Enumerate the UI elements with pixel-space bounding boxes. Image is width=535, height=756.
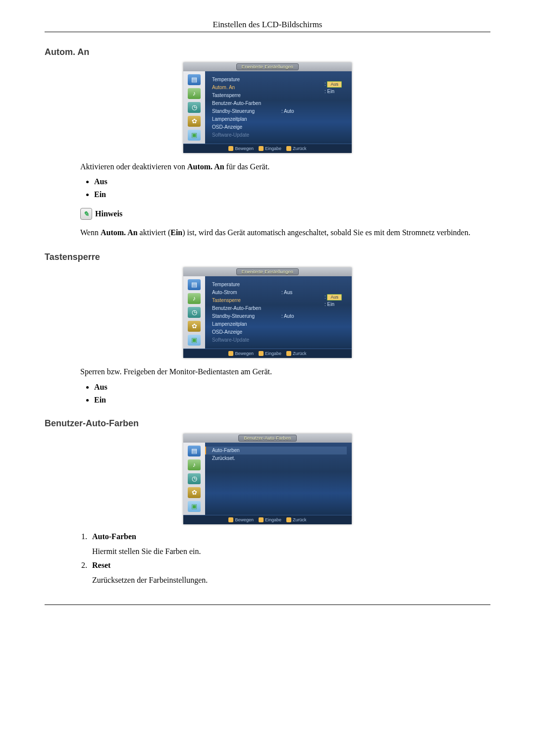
footer-move: Bewegen <box>235 351 254 356</box>
option-aus: : Aus <box>324 294 342 301</box>
t: Aktivieren oder deaktivieren von <box>80 162 187 171</box>
menu-item: Tastensperre <box>212 93 281 98</box>
osd-footer: Bewegen Eingabe Zurück <box>183 349 352 358</box>
note-row: ✎ Hinweis <box>80 208 490 220</box>
sidebar-icon-setup: ✿ <box>188 116 201 127</box>
osd-screenshot-tastensperre: Erweiterte Einstellungen ▤ ♪ ◷ ✿ ▣ Tempe… <box>45 267 490 358</box>
option-selected: Aus <box>327 294 342 301</box>
back-icon <box>286 517 291 522</box>
osd-sidebar: ▤ ♪ ◷ ✿ ▣ <box>183 443 205 515</box>
menu-item: Standby-Steuerung <box>212 108 281 114</box>
list-item: Auto-Farben Hiermit stellen Sie die Farb… <box>89 532 490 556</box>
option-ein: : Ein <box>324 302 342 307</box>
sidebar-icon-clock: ◷ <box>188 102 201 113</box>
footer-move: Bewegen <box>235 517 254 522</box>
footer-enter: Eingabe <box>265 146 281 151</box>
osd-body: ▤ ♪ ◷ ✿ ▣ Auto-Farben Zurückset. <box>183 443 352 515</box>
benutzer-auto-farben-list: Auto-Farben Hiermit stellen Sie die Farb… <box>89 532 490 585</box>
menu-value: : Aus <box>281 290 292 295</box>
osd-footer: Bewegen Eingabe Zurück <box>183 144 352 153</box>
option-aus: Aus <box>94 177 490 186</box>
menu-item: OSD-Anzeige <box>212 329 281 335</box>
osd-body: ▤ ♪ ◷ ✿ ▣ Temperature Autom. An Tastensp… <box>183 71 352 144</box>
move-icon <box>228 517 233 522</box>
back-icon <box>286 351 291 356</box>
sidebar-icon-clock: ◷ <box>188 307 201 318</box>
footer-back: Zurück <box>293 517 307 522</box>
sidebar-icon-picture: ▤ <box>188 279 201 290</box>
section-title-tastensperre: Tastensperre <box>45 252 490 262</box>
osd-menu: Auto-Farben Zurückset. <box>205 443 352 515</box>
osd-sidebar: ▤ ♪ ◷ ✿ ▣ <box>183 71 205 144</box>
osd-sidebar: ▤ ♪ ◷ ✿ ▣ <box>183 276 205 349</box>
menu-item: Zurückset. <box>212 455 281 461</box>
osd-title: Benutzer-Auto-Farben <box>238 435 296 442</box>
osd-titlebar: Erweiterte Einstellungen <box>183 62 352 71</box>
menu-item: Temperature <box>212 282 281 287</box>
footer-back: Zurück <box>293 351 307 356</box>
menu-item-selected: Autom. An <box>212 85 281 90</box>
option-column: : Aus : Ein <box>324 294 342 307</box>
footer-enter: Eingabe <box>265 351 281 356</box>
section-title-autom-an: Autom. An <box>45 47 490 57</box>
osd-screenshot-benutzer-auto-farben: Benutzer-Auto-Farben ▤ ♪ ◷ ✿ ▣ Auto-Farb… <box>45 434 490 524</box>
tastensperre-options: Aus Ein <box>94 383 490 404</box>
menu-item: Benutzer-Auto-Farben <box>212 305 281 311</box>
list-item-title: Auto-Farben <box>92 532 136 541</box>
osd-panel: Erweiterte Einstellungen ▤ ♪ ◷ ✿ ▣ Tempe… <box>183 62 352 153</box>
enter-icon <box>259 517 264 522</box>
osd-footer: Bewegen Eingabe Zurück <box>183 515 352 524</box>
footer-back: Zurück <box>293 146 307 151</box>
list-item-title: Reset <box>92 561 110 569</box>
option-aus: Aus <box>94 383 490 392</box>
t: ) ist, wird das Gerät automatisch angesc… <box>182 228 470 237</box>
option-ein: Ein <box>94 396 490 404</box>
tastensperre-desc: Sperren bzw. Freigeben der Monitor-Bedie… <box>80 366 490 377</box>
sidebar-icon-info: ▣ <box>188 501 201 512</box>
note-icon: ✎ <box>80 208 92 220</box>
option-ein: : Ein <box>324 89 342 94</box>
osd-body: ▤ ♪ ◷ ✿ ▣ Temperature Auto-Strom: Aus Ta… <box>183 276 352 349</box>
sidebar-icon-sound: ♪ <box>188 88 201 99</box>
menu-item: Benutzer-Auto-Farben <box>212 101 281 106</box>
osd-titlebar: Benutzer-Auto-Farben <box>183 434 352 443</box>
back-icon <box>286 146 291 151</box>
osd-menu: Temperature Auto-Strom: Aus Tastensperre… <box>205 276 352 349</box>
t: aktiviert ( <box>138 228 171 237</box>
menu-value: : Auto <box>281 108 294 114</box>
t: Autom. An <box>187 162 224 171</box>
sidebar-icon-clock: ◷ <box>188 473 201 484</box>
autom-an-options: Aus Ein <box>94 177 490 199</box>
osd-titlebar: Erweiterte Einstellungen <box>183 267 352 276</box>
sidebar-icon-setup: ✿ <box>188 321 201 332</box>
menu-item: Auto-Strom <box>212 290 281 295</box>
option-aus: : Aus <box>324 81 342 88</box>
osd-screenshot-autom-an: Erweiterte Einstellungen ▤ ♪ ◷ ✿ ▣ Tempe… <box>45 62 490 153</box>
sidebar-icon-info: ▣ <box>188 335 201 346</box>
sidebar-icon-setup: ✿ <box>188 487 201 498</box>
option-column: : Aus : Ein <box>324 81 342 94</box>
section-title-benutzer-auto-farben: Benutzer-Auto-Farben <box>45 418 490 429</box>
menu-item-disabled: Software-Update <box>212 337 281 343</box>
autom-an-desc: Aktivieren oder deaktivieren von Autom. … <box>80 161 490 172</box>
menu-item: Lampenzeitplan <box>212 116 281 122</box>
page-header: Einstellen des LCD-Bildschirms <box>45 20 490 32</box>
page: Einstellen des LCD-Bildschirms Autom. An… <box>0 0 535 636</box>
menu-item-disabled: Software-Update <box>212 132 281 138</box>
footer-enter: Eingabe <box>265 517 281 522</box>
menu-item: Lampenzeitplan <box>212 321 281 327</box>
footer-move: Bewegen <box>235 146 254 151</box>
t: Ein <box>170 228 182 237</box>
menu-item-highlighted: Auto-Farben <box>212 448 281 453</box>
list-item: Reset Zurücksetzen der Farbeinstellungen… <box>89 561 490 585</box>
osd-panel: Benutzer-Auto-Farben ▤ ♪ ◷ ✿ ▣ Auto-Farb… <box>183 434 352 524</box>
page-footer-rule <box>45 605 490 606</box>
menu-item: Temperature <box>212 77 281 82</box>
list-item-desc: Zurücksetzen der Farbeinstellungen. <box>92 576 490 585</box>
osd-panel: Erweiterte Einstellungen ▤ ♪ ◷ ✿ ▣ Tempe… <box>183 267 352 358</box>
option-ein: Ein <box>94 190 490 199</box>
enter-icon <box>259 146 264 151</box>
menu-item: OSD-Anzeige <box>212 124 281 130</box>
osd-title: Erweiterte Einstellungen <box>236 268 299 275</box>
osd-menu: Temperature Autom. An Tastensperre Benut… <box>205 71 352 144</box>
